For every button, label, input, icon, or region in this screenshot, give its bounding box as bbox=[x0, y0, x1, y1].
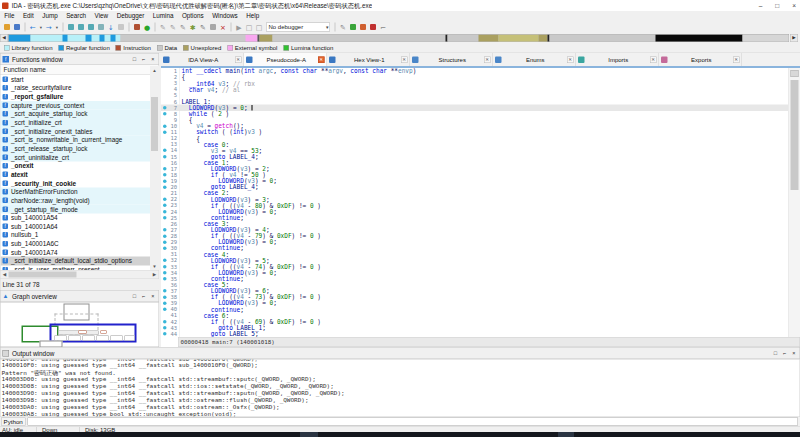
function-row[interactable]: f_scrt_uninitialize_crt bbox=[1, 153, 160, 162]
minimize-button[interactable]: – bbox=[759, 2, 763, 10]
tab-ida-view-a[interactable]: IDA View-A✕ bbox=[161, 53, 244, 66]
back-dropdown-icon[interactable]: ▾ bbox=[39, 22, 44, 32]
breakpoint-list-icon[interactable] bbox=[359, 22, 368, 32]
function-row[interactable]: f_security_init_cookie bbox=[1, 179, 160, 188]
jump-disabled-icon[interactable] bbox=[117, 22, 126, 32]
menu-lumina[interactable]: Lumina bbox=[149, 13, 178, 20]
output-close-icon[interactable]: × bbox=[792, 350, 795, 356]
functions-close-icon[interactable]: × bbox=[151, 56, 154, 62]
tab-exports[interactable]: Exports✕ bbox=[659, 53, 742, 66]
tab-close-icon[interactable]: ✕ bbox=[567, 56, 574, 63]
function-row[interactable]: fstart bbox=[1, 75, 160, 84]
tab-imports[interactable]: Imports✕ bbox=[576, 53, 659, 66]
python-label[interactable]: Python bbox=[1, 418, 25, 426]
tab-close-icon[interactable]: ✕ bbox=[484, 56, 491, 63]
stop-debug-icon[interactable]: □ bbox=[255, 22, 264, 32]
function-row[interactable]: f_raise_securityfailure bbox=[1, 84, 160, 93]
maximize-button[interactable]: □ bbox=[775, 2, 779, 10]
tab-hex-view-1[interactable]: Hex View-1✕ bbox=[327, 53, 410, 66]
menu-file[interactable]: File bbox=[0, 13, 19, 20]
function-row[interactable]: fatexit bbox=[1, 170, 160, 179]
tab-enums[interactable]: Enums✕ bbox=[493, 53, 576, 66]
python-input[interactable] bbox=[27, 418, 798, 426]
navband-track[interactable] bbox=[8, 34, 789, 42]
jump-function-icon[interactable] bbox=[97, 22, 106, 32]
graph-close-icon[interactable]: × bbox=[151, 293, 154, 299]
jump-by-xref-icon[interactable] bbox=[87, 22, 96, 32]
edit-comment-icon[interactable]: ✎ bbox=[159, 22, 168, 32]
function-row[interactable]: f_onexit bbox=[1, 161, 160, 170]
snapshot-image-icon[interactable] bbox=[133, 22, 142, 32]
pseudocode-view[interactable]: 1int __cdecl main(int argc, const char *… bbox=[161, 68, 788, 337]
graph-float-icon[interactable]: ⌐ bbox=[142, 293, 145, 299]
forward-arrow-icon[interactable]: → bbox=[45, 22, 54, 32]
function-row[interactable]: fcapture_previous_context bbox=[1, 101, 160, 110]
flag-icon[interactable] bbox=[369, 22, 378, 32]
graph-maximize-icon[interactable]: □ bbox=[133, 293, 136, 299]
edit-type-icon[interactable]: ✎ bbox=[179, 22, 188, 32]
lumina-icon[interactable]: ● bbox=[143, 22, 152, 32]
tab-close-icon[interactable]: ✕ bbox=[401, 56, 408, 63]
gray-tool-icon[interactable]: ⌐ bbox=[379, 22, 388, 32]
function-row[interactable]: fUserMathErrorFunction bbox=[1, 187, 160, 196]
jump-down-icon[interactable]: ↓ bbox=[107, 22, 116, 32]
output-maximize-icon[interactable]: □ bbox=[774, 350, 777, 356]
function-row[interactable]: f_scrt_initialize_default_local_stdio_op… bbox=[1, 257, 160, 266]
scroll-corner-icon[interactable] bbox=[791, 70, 799, 77]
output-window-header[interactable]: Output window □ ⌐ × bbox=[0, 347, 800, 359]
edit-pencil-icon[interactable]: ✎ bbox=[199, 22, 208, 32]
debug-options-icon[interactable]: ✎ bbox=[339, 22, 348, 32]
menu-help[interactable]: Help bbox=[242, 13, 263, 20]
refresh-snapshot-icon[interactable] bbox=[349, 22, 358, 32]
tab-close-icon[interactable]: ✕ bbox=[235, 56, 242, 63]
scroll-thumb[interactable] bbox=[151, 97, 158, 151]
functions-window-header[interactable]: f Functions window □ ⌐ × bbox=[0, 53, 159, 65]
output-float-icon[interactable]: ⌐ bbox=[783, 350, 786, 356]
open-file-icon[interactable] bbox=[3, 22, 12, 32]
scroll-thumb[interactable] bbox=[791, 80, 799, 190]
function-row[interactable]: f_get_startup_file_mode bbox=[1, 205, 160, 214]
function-row[interactable]: fsub_140001A54 bbox=[1, 213, 160, 222]
forward-dropdown-icon[interactable]: ▾ bbox=[55, 22, 60, 32]
scroll-down-icon[interactable]: ▼ bbox=[150, 262, 159, 270]
functions-horizontal-scrollbar[interactable]: ◀ ▶ bbox=[0, 270, 159, 279]
output-log[interactable]: 140001DF0: using guessed type __int64 __… bbox=[0, 359, 800, 417]
function-row[interactable]: fcharNode::raw_length(void) bbox=[1, 196, 160, 205]
function-row[interactable]: fsub_140001A64 bbox=[1, 222, 160, 231]
graph-overview-header[interactable]: ▲ Graph overview □ ⌐ × bbox=[0, 290, 159, 302]
jump-by-name-icon[interactable] bbox=[67, 22, 76, 32]
navband-left-arrow[interactable]: ◀ bbox=[0, 34, 8, 42]
menu-windows[interactable]: Windows bbox=[208, 13, 242, 20]
menu-view[interactable]: View bbox=[90, 13, 112, 20]
scroll-up-icon[interactable]: ▲ bbox=[150, 66, 159, 74]
function-row[interactable]: fsub_140001A74 bbox=[1, 248, 160, 257]
navband-right-arrow[interactable]: ▶ bbox=[790, 34, 798, 42]
back-arrow-icon[interactable]: ← bbox=[29, 22, 38, 32]
tab-structures[interactable]: Structures✕ bbox=[410, 53, 493, 66]
scroll-thumb[interactable] bbox=[9, 272, 77, 278]
function-row[interactable]: fsub_140001A6C bbox=[1, 239, 160, 248]
debugger-selector[interactable]: No debugger bbox=[266, 23, 330, 32]
scroll-left-icon[interactable]: ◀ bbox=[1, 271, 9, 279]
edit-rename-icon[interactable]: ✎ bbox=[169, 22, 178, 32]
menu-options[interactable]: Options bbox=[178, 13, 208, 20]
pseudocode-scrollbar[interactable] bbox=[788, 68, 800, 337]
function-row[interactable]: f_scrt_is_nonwritable_in_current_image bbox=[1, 136, 160, 145]
edit-star-icon[interactable]: ✱ bbox=[189, 22, 198, 32]
functions-maximize-icon[interactable]: □ bbox=[133, 56, 136, 62]
delete-icon[interactable]: × bbox=[219, 22, 228, 32]
tab-close-icon[interactable]: ✕ bbox=[733, 56, 740, 63]
function-name-column-header[interactable]: Function name bbox=[0, 65, 159, 75]
close-button[interactable]: × bbox=[792, 2, 796, 10]
function-row[interactable]: f_report_gsfailure bbox=[1, 92, 160, 101]
function-row[interactable]: f_scrt_initialize_onexit_tables bbox=[1, 127, 160, 136]
jump-by-address-icon[interactable] bbox=[77, 22, 86, 32]
functions-vertical-scrollbar[interactable]: ▲ ▼ bbox=[150, 66, 159, 270]
functions-float-icon[interactable]: ⌐ bbox=[142, 56, 145, 62]
tab-pseudocode-a[interactable]: Pseudocode-A✕ bbox=[244, 53, 327, 66]
code-line-44[interactable]: 44 goto LABEL_5; bbox=[161, 331, 788, 337]
menu-edit[interactable]: Edit bbox=[19, 13, 38, 20]
tab-close-icon[interactable]: ✕ bbox=[650, 56, 657, 63]
menu-search[interactable]: Search bbox=[62, 13, 90, 20]
windows-taskbar[interactable] bbox=[0, 432, 800, 437]
